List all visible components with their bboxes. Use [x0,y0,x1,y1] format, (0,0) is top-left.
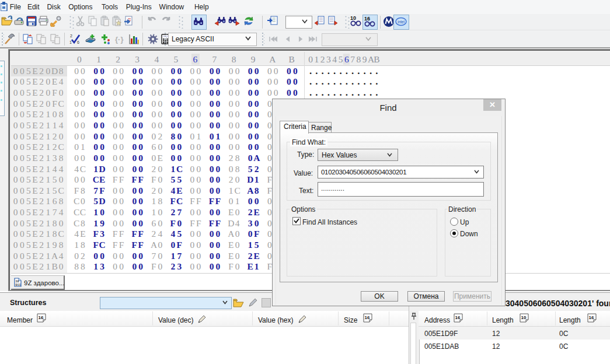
svg-text:011: 011 [15,284,20,287]
svg-text:1: 1 [69,40,72,44]
svg-text:intel: intel [398,20,405,24]
svg-text:10: 10 [350,15,356,21]
svg-text:10: 10 [521,315,527,320]
svg-text:16: 16 [39,315,44,320]
svg-text:16: 16 [589,315,594,320]
svg-text:16: 16 [455,315,461,320]
svg-text:{·}: {·} [115,35,123,44]
svg-text:2: 2 [70,34,72,38]
svg-text:6: 6 [77,40,79,44]
svg-text:16: 16 [365,315,370,320]
svg-text:16: 16 [364,16,370,22]
